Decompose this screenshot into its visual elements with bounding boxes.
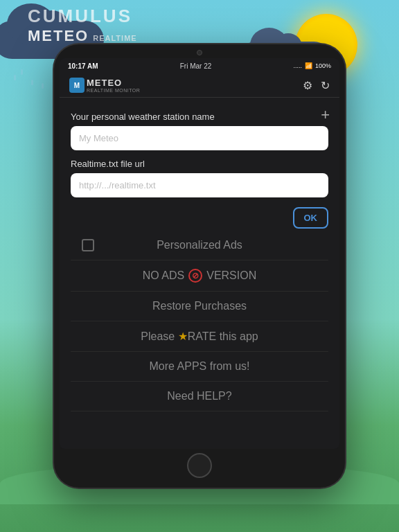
menu-section: Personalized Ads NO ADS ⊘ VERSION Restor…	[71, 231, 328, 411]
battery-indicator: 100%	[315, 62, 331, 69]
rain-drop	[42, 83, 44, 89]
status-bar: 10:17 AM Fri Mar 22 ..... 📶 100%	[60, 58, 339, 73]
status-right: ..... 📶 100%	[293, 62, 331, 69]
station-name-input[interactable]	[71, 126, 328, 150]
no-ads-version-item[interactable]: NO ADS ⊘ VERSION	[71, 260, 328, 292]
ok-button[interactable]: OK	[293, 207, 329, 229]
signal-indicator: .....	[293, 62, 302, 69]
no-ads-suffix: VERSION	[206, 269, 256, 282]
logo-text: METEO REALTIME MONITOR	[87, 78, 140, 93]
logo-sub-text: REALTIME MONITOR	[87, 88, 140, 93]
title-meteo: METEO	[28, 27, 89, 45]
url-label: Realtime.txt file url	[71, 159, 328, 169]
personalized-ads-label: Personalized Ads	[157, 239, 242, 251]
rain-drop	[21, 69, 23, 75]
form-section: Your personal weather station name Realt…	[71, 112, 328, 206]
personalized-ads-item[interactable]: Personalized Ads	[71, 231, 328, 260]
ipad-home-button[interactable]	[187, 453, 212, 478]
restore-purchases-item[interactable]: Restore Purchases	[71, 292, 328, 321]
need-help-item[interactable]: Need HELP?	[71, 382, 328, 411]
main-content: + Your personal weather station name Rea…	[60, 98, 339, 449]
ipad-screen: 10:17 AM Fri Mar 22 ..... 📶 100% M METEO…	[60, 58, 339, 449]
station-name-label: Your personal weather station name	[71, 112, 328, 122]
status-date: Fri Mar 22	[180, 62, 212, 70]
ipad-frame: 10:17 AM Fri Mar 22 ..... 📶 100% M METEO…	[54, 44, 345, 488]
add-station-button[interactable]: +	[321, 106, 330, 124]
more-apps-item[interactable]: More APPS from us!	[71, 352, 328, 382]
wifi-indicator: 📶	[305, 62, 312, 69]
settings-icon[interactable]: ⚙	[303, 79, 312, 92]
rate-app-item[interactable]: Please ★RATE this app	[71, 321, 328, 352]
no-icon: ⊘	[188, 269, 202, 283]
more-apps-label: More APPS from us!	[150, 360, 250, 373]
status-time: 10:17 AM	[68, 62, 98, 70]
rain-drop	[31, 80, 33, 85]
star-icon: ★	[178, 330, 188, 342]
need-help-label: Need HELP?	[167, 390, 231, 402]
app-header: M METEO REALTIME MONITOR ⚙ ↻	[60, 73, 339, 98]
restore-purchases-label: Restore Purchases	[152, 300, 247, 312]
rate-app-label: Please ★RATE this app	[141, 330, 258, 343]
personalized-ads-checkbox[interactable]	[82, 239, 94, 251]
title-realtime: REALTIME	[93, 34, 148, 42]
logo-icon: M	[69, 78, 85, 93]
header-icons: ⚙ ↻	[303, 79, 330, 92]
app-logo: M METEO REALTIME MONITOR	[69, 78, 140, 93]
no-ads-prefix: NO ADS	[143, 269, 184, 282]
rain-drop	[14, 75, 16, 80]
title-cumulus: CUMULUS	[28, 6, 288, 27]
logo-meteo-text: METEO	[87, 78, 140, 88]
refresh-icon[interactable]: ↻	[321, 79, 330, 92]
ipad-camera	[197, 50, 202, 55]
realtime-url-input[interactable]	[71, 173, 328, 197]
